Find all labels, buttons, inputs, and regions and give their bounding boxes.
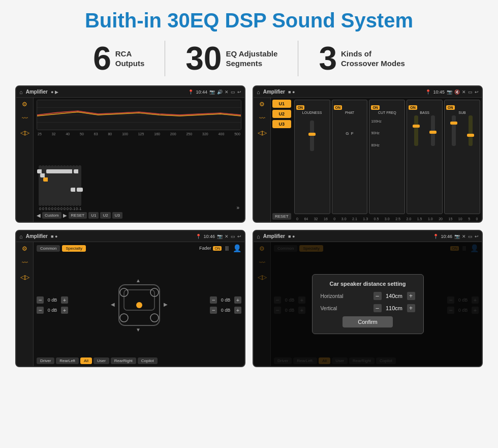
fader-person-icon: 👤 [233, 244, 241, 252]
on-badge-loudness: ON [296, 105, 305, 110]
fader-all-btn[interactable]: All [80, 357, 92, 364]
page-wrapper: Buith-in 30EQ DSP Sound System 6 RCAOutp… [0, 0, 498, 448]
fader-fl-minus[interactable]: − [37, 296, 44, 304]
fader-rl-plus[interactable]: + [61, 307, 68, 314]
page-title: Buith-in 30EQ DSP Sound System [85, 9, 413, 32]
fader-copilot-btn[interactable]: Copilot [138, 357, 158, 364]
horizontal-label: Horizontal [321, 293, 344, 299]
fader-rearleft-btn[interactable]: RearLeft [56, 357, 79, 364]
eq-icon-3[interactable]: ⚙ [22, 245, 27, 252]
confirm-button[interactable]: Confirm [343, 316, 393, 327]
back-icon-4: ↩ [475, 234, 479, 239]
cross-reset-btn[interactable]: RESET [272, 211, 291, 220]
eq-screen-content: ⚙ 〰 ◁▷ [16, 98, 244, 222]
vertical-value: 110cm [384, 305, 405, 311]
vol-icon-2[interactable]: ◁▷ [258, 129, 267, 136]
eq-icon[interactable]: ⚙ [22, 101, 27, 108]
cross-time: 10:45 [433, 89, 445, 95]
home-icon-2: ⌂ [257, 89, 260, 95]
eq-u1-btn[interactable]: U1 [88, 212, 99, 219]
fader-rr-plus[interactable]: + [234, 307, 241, 314]
back-icon-3: ↩ [237, 234, 241, 239]
fader-bottom-row: Driver RearLeft All User RearRight Copil… [37, 357, 241, 364]
fader-tab-common[interactable]: Common [37, 245, 60, 252]
cross-reset-label: RESET [272, 213, 291, 220]
svg-text:◀: ◀ [111, 302, 115, 307]
sub-label: SUB [446, 111, 478, 114]
back-icon: ↩ [237, 89, 241, 95]
camera-icon-4: 📷 [454, 234, 460, 239]
fader-tab-specialty[interactable]: Specialty [62, 245, 85, 252]
fader-tabs-row: Common Specialty Fader ON ||| 👤 [37, 244, 241, 252]
vertical-label: Vertical [321, 306, 337, 311]
eq-u2-btn[interactable]: U2 [100, 212, 110, 219]
fader-user-btn[interactable]: User [94, 357, 109, 364]
stat-crossover: 3 Kinds ofCrossover Modes [298, 42, 425, 75]
fader-main: Common Specialty Fader ON ||| 👤 − [34, 242, 244, 366]
fader-rr-minus[interactable]: − [210, 307, 217, 314]
eq-u3-btn[interactable]: U3 [112, 212, 122, 219]
horizontal-plus-btn[interactable]: + [407, 292, 415, 300]
fader-fl-val: 0 dB [45, 297, 59, 303]
eq-freq-labels: 25 32 40 50 63 80 100 125 160 200 250 32… [37, 132, 241, 136]
close-icon: ✕ [225, 89, 229, 95]
fader-topbar: ⌂ Amplifier ■ ● 📍 10:46 📷 ✕ ▭ ↩ [16, 231, 244, 242]
fader-sidebar: ⚙ 〰 ◁▷ [16, 242, 34, 366]
dialog-topbar-dot: ■ ● [288, 234, 295, 239]
eq-icon-2[interactable]: ⚙ [259, 101, 265, 108]
stat-number-rca: 6 [93, 42, 111, 75]
cross-screen-content: ⚙ 〰 ◁▷ U1 U2 U3 RESET ON [254, 98, 482, 222]
fader-label: Fader [199, 246, 211, 251]
u3-btn[interactable]: U3 [272, 120, 291, 128]
eq-title: Amplifier [26, 89, 48, 95]
wave-icon-3[interactable]: 〰 [22, 259, 28, 266]
fader-fr-minus[interactable]: − [210, 296, 217, 304]
loudness-label: LOUDNESS [296, 111, 328, 114]
minimize-icon-4: ▭ [468, 234, 473, 239]
vertical-plus-btn[interactable]: + [407, 304, 415, 312]
dialog-box: Car speaker distance setting Horizontal … [312, 274, 424, 334]
dialog-title: Car speaker distance setting [321, 281, 415, 287]
u1-btn[interactable]: U1 [272, 100, 291, 108]
home-icon-4: ⌂ [257, 233, 260, 240]
minimize-icon: ▭ [231, 89, 235, 95]
stat-rca: 6 RCAOutputs [73, 42, 165, 75]
fader-rl-minus[interactable]: − [37, 307, 44, 314]
fader-screen-content: ⚙ 〰 ◁▷ Common Specialty Fader ON ||| 👤 [16, 242, 244, 366]
location-icon-4: 📍 [433, 234, 439, 239]
camera-icon: 📷 [209, 89, 215, 95]
vertical-minus-btn[interactable]: − [374, 304, 382, 312]
horizontal-minus-btn[interactable]: − [374, 292, 382, 300]
location-icon-2: 📍 [425, 89, 431, 95]
screen-eq: ⌂ Amplifier ● ▶ 📍 10:44 📷 🔊 ✕ ▭ ↩ ⚙ 〰 ◁▷ [15, 85, 245, 223]
stat-label-crossover: Kinds ofCrossover Modes [341, 49, 405, 69]
horizontal-control: − 140cm + [374, 292, 415, 300]
eq-next-btn[interactable]: ▶ [63, 213, 67, 218]
eq-more-btn[interactable]: » [236, 205, 239, 211]
location-icon: 📍 [188, 89, 194, 95]
eq-prev-btn[interactable]: ◀ [37, 213, 41, 218]
fader-driver-btn[interactable]: Driver [37, 357, 54, 364]
eq-slider-13: -1 [78, 165, 81, 211]
u2-btn[interactable]: U2 [272, 110, 291, 118]
vol-icon[interactable]: ◁▷ [20, 129, 29, 136]
vol-icon-3[interactable]: ◁▷ [20, 274, 29, 281]
fader-rearright-btn[interactable]: RearRight [111, 357, 136, 364]
close-icon-3: ✕ [225, 234, 229, 239]
close-icon-2: ✕ [462, 89, 466, 95]
svg-point-10 [150, 314, 159, 322]
on-badge-bass: ON [409, 105, 417, 110]
wave-icon-2[interactable]: 〰 [259, 115, 265, 122]
cross-u-col: U1 U2 U3 RESET [271, 98, 293, 222]
fader-title: Amplifier [26, 233, 48, 239]
fader-fl-plus[interactable]: + [61, 296, 68, 304]
wave-icon[interactable]: 〰 [22, 115, 28, 122]
cutfreq-label: CUT FREQ [371, 111, 403, 114]
fader-fr-plus[interactable]: + [234, 296, 241, 304]
dialog-topbar-icons: 📍 10:46 📷 ✕ ▭ ↩ [433, 234, 479, 239]
dialog-vertical-row: Vertical − 110cm + [321, 304, 415, 312]
home-icon-3: ⌂ [19, 233, 23, 240]
eq-reset-btn[interactable]: RESET [69, 212, 87, 219]
cross-topbar-icons: 📍 10:45 📷 🔇 ✕ ▭ ↩ [425, 89, 479, 95]
fader-fr-val: 0 dB [219, 297, 233, 303]
